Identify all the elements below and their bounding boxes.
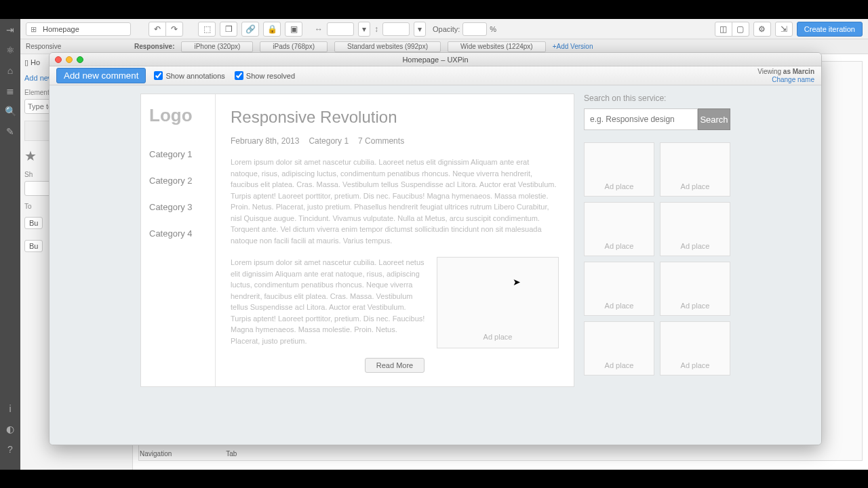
atom-icon[interactable]: ⚛: [5, 45, 16, 56]
copy-button[interactable]: ❐: [220, 22, 237, 37]
article-category[interactable]: Category 1: [309, 136, 349, 146]
width-input[interactable]: [327, 22, 354, 36]
search-icon[interactable]: 🔍: [5, 106, 16, 117]
topbar: ⊞ Homepage ↶ ↷ ⬚ ❐ 🔗 🔒 ▣ ↔ ▾ ↕ ▾ Opacity…: [20, 19, 868, 39]
read-more-button[interactable]: Read More: [365, 358, 425, 373]
logo-placeholder: Logo: [149, 105, 207, 126]
show-resolved-toggle[interactable]: Show resolved: [235, 71, 295, 80]
ad-placeholder: Ad place: [584, 202, 654, 256]
ad-placeholder: Ad place: [584, 262, 654, 316]
help-icon[interactable]: ?: [5, 444, 16, 455]
view-single-button[interactable]: ▢: [732, 22, 749, 37]
category-2[interactable]: Category 2: [149, 167, 207, 194]
add-comment-button[interactable]: Add new comment: [56, 68, 146, 83]
left-rail: ⇥ ⚛ ⌂ ≣ 🔍 ✎ i ◐ ?: [0, 19, 20, 470]
logout-icon[interactable]: ⇥: [5, 24, 16, 35]
width-stepper[interactable]: ▾: [358, 22, 370, 37]
ad-placeholder: Ad place: [584, 142, 654, 197]
resize-icon: ↔: [315, 24, 323, 34]
inline-ad-placeholder: Ad place: [437, 257, 559, 348]
version-ipad[interactable]: iPads (768px): [260, 41, 328, 52]
article-para-1: Lorem ipsum dolor sit amet nascetur cubi…: [231, 157, 559, 246]
panel-btn-1[interactable]: Bu: [24, 217, 43, 229]
article: Responsive Revolution February 8th, 2013…: [216, 94, 574, 386]
change-name-link[interactable]: Change name: [772, 76, 814, 83]
height-input[interactable]: [382, 22, 410, 36]
preview-toolbar: Add new comment Show annotations Show re…: [50, 66, 821, 85]
category-nav: Logo Category 1 Category 2 Category 3 Ca…: [141, 94, 216, 386]
breadcrumb-label: Homepage: [43, 25, 79, 33]
wand-icon[interactable]: ✎: [5, 126, 16, 137]
export-button[interactable]: ⇲: [775, 22, 793, 37]
height-stepper[interactable]: ▾: [414, 22, 426, 37]
layers-icon[interactable]: ≣: [5, 85, 16, 96]
image-button[interactable]: ▣: [285, 22, 302, 37]
proto-main: Logo Category 1 Category 2 Category 3 Ca…: [140, 94, 574, 387]
ad-placeholder: Ad place: [660, 142, 730, 197]
avatar-icon[interactable]: ◐: [5, 424, 16, 434]
article-para-2: Lorem ipsum dolor sit amet nascetur cubi…: [231, 257, 427, 348]
tree-icon: ⊞: [31, 25, 39, 33]
opacity-unit: %: [490, 25, 496, 33]
version-wide[interactable]: Wide websites (1224px): [448, 41, 546, 52]
article-date: February 8th, 2013: [231, 136, 299, 146]
home-icon[interactable]: ⌂: [5, 65, 16, 76]
select-button[interactable]: ⬚: [198, 22, 216, 37]
article-comments[interactable]: 7 Comments: [358, 136, 404, 146]
undo-button[interactable]: ↶: [149, 22, 166, 37]
ad-placeholder: Ad place: [660, 321, 730, 375]
breadcrumb[interactable]: ⊞ Homepage: [26, 22, 131, 36]
viewing-info: Viewing as Marcin Change name: [757, 68, 814, 84]
settings-button[interactable]: ⚙: [753, 22, 771, 37]
version-standard[interactable]: Standard websites (992px): [334, 41, 441, 52]
link-button[interactable]: 🔗: [241, 22, 259, 37]
version-iphone[interactable]: iPhone (320px): [181, 41, 253, 52]
opacity-input[interactable]: [462, 22, 487, 36]
ad-placeholder: Ad place: [584, 321, 654, 375]
proto-sidebar: Search on this service: Search Ad place …: [584, 94, 730, 387]
show-resolved-checkbox[interactable]: [235, 71, 243, 80]
lock-button[interactable]: 🔒: [263, 22, 281, 37]
ad-placeholder: Ad place: [660, 262, 730, 316]
category-1[interactable]: Category 1: [149, 141, 207, 167]
panel-btn-2[interactable]: Bu: [24, 240, 43, 252]
preview-body: Logo Category 1 Category 2 Category 3 Ca…: [50, 85, 821, 445]
responsive-section: Responsive: [26, 43, 61, 50]
show-annotations-toggle[interactable]: Show annotations: [154, 71, 224, 80]
category-3[interactable]: Category 3: [149, 194, 207, 220]
ad-grid: Ad place Ad place Ad place Ad place Ad p…: [584, 142, 730, 375]
element-navigation[interactable]: Navigation: [140, 450, 172, 458]
redo-button[interactable]: ↷: [165, 22, 183, 37]
search-label: Search on this service:: [584, 94, 730, 103]
article-title: Responsive Revolution: [231, 108, 559, 127]
add-version-link[interactable]: +Add Version: [553, 43, 593, 50]
doc-label: Ho: [31, 58, 40, 66]
view-split-button[interactable]: ◫: [715, 22, 732, 37]
prototype: Logo Category 1 Category 2 Category 3 Ca…: [140, 94, 730, 387]
ad-placeholder: Ad place: [660, 202, 730, 256]
element-tab[interactable]: Tab: [226, 450, 237, 458]
doc-icon: ▯: [24, 58, 28, 66]
window-titlebar: Homepage – UXPin: [50, 53, 821, 66]
opacity-label: Opacity:: [433, 25, 460, 33]
responsive-label: Responsive:: [134, 43, 174, 50]
height-icon: ↕: [374, 24, 378, 34]
star-icon: ★: [24, 148, 37, 164]
window-title: Homepage – UXPin: [50, 56, 821, 64]
search-input[interactable]: [584, 108, 698, 130]
show-annotations-checkbox[interactable]: [154, 71, 163, 80]
preview-window: Homepage – UXPin Add new comment Show an…: [49, 52, 822, 445]
search-button[interactable]: Search: [698, 108, 730, 130]
category-4[interactable]: Category 4: [149, 220, 207, 247]
create-iteration-button[interactable]: Create iteration: [797, 22, 863, 37]
info-icon[interactable]: i: [5, 403, 16, 414]
